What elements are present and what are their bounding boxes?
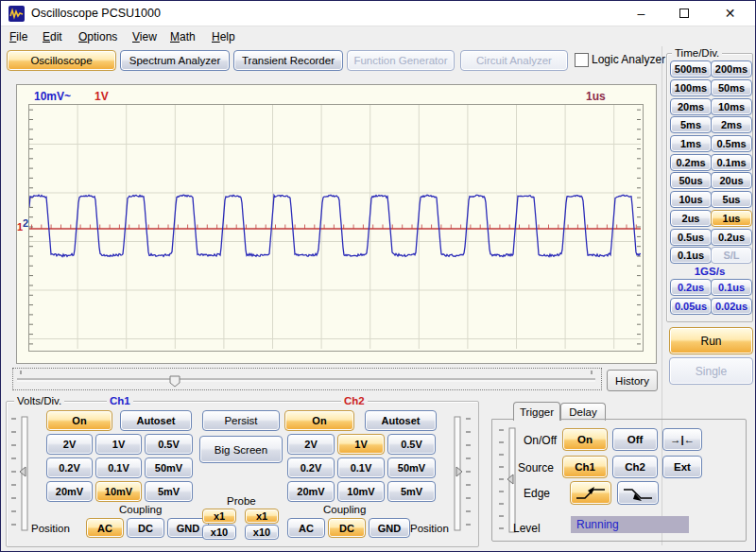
- close-button[interactable]: ✕: [705, 1, 755, 26]
- ch2-volts-0.5v[interactable]: 0.5V: [387, 434, 436, 455]
- ch2-volts-0.1v[interactable]: 0.1V: [337, 457, 385, 478]
- timediv-gs-0.02us[interactable]: 0.02us: [711, 298, 752, 315]
- ch2-coupling-gnd[interactable]: GND: [369, 518, 410, 538]
- ch2-probe-x1-selected[interactable]: x1: [245, 509, 279, 524]
- ch1-voltsdiv-readout: 10mV~: [34, 90, 71, 103]
- timediv-10us[interactable]: 10us: [670, 191, 712, 208]
- ch2-position-label: Position: [410, 523, 449, 534]
- run-button[interactable]: Run: [669, 327, 753, 354]
- timediv-20ms[interactable]: 20ms: [670, 98, 712, 115]
- ch1-coupling-ac-selected[interactable]: AC: [86, 518, 124, 538]
- ch1-position-slider[interactable]: [9, 413, 31, 534]
- tab-transient-recorder[interactable]: Transient Recorder: [233, 50, 343, 71]
- minimize-button[interactable]: –: [620, 1, 662, 26]
- timediv-10ms[interactable]: 10ms: [711, 98, 752, 115]
- timediv-1ms[interactable]: 1ms: [670, 135, 712, 152]
- timediv-group-label: Time/Div.: [672, 47, 722, 59]
- timediv-0.1ms[interactable]: 0.1ms: [711, 154, 752, 171]
- ch1-volts-0.1v[interactable]: 0.1V: [95, 457, 142, 478]
- ch2-volts-20mv[interactable]: 20mV: [287, 481, 335, 502]
- ch2-coupling-dc-selected[interactable]: DC: [328, 518, 366, 538]
- tab-oscilloscope[interactable]: Oscilloscope: [7, 50, 116, 71]
- menu-edit[interactable]: Edit: [43, 30, 62, 43]
- ch1-volts-0.5v[interactable]: 0.5V: [145, 434, 193, 455]
- app-window: Oscilloscope PCSU1000 – ✕ File Edit Opti…: [0, 0, 756, 552]
- timediv-20us[interactable]: 20us: [711, 172, 752, 189]
- timediv-50us[interactable]: 50us: [670, 172, 712, 189]
- timediv-5us[interactable]: 5us: [711, 191, 752, 208]
- menu-file[interactable]: File: [9, 30, 27, 43]
- timediv-200ms[interactable]: 200ms: [711, 60, 752, 78]
- trigger-source-ch2[interactable]: Ch2: [612, 456, 658, 478]
- ch1-volts-10mv-selected[interactable]: 10mV: [95, 481, 142, 502]
- trigger-center-button[interactable]: →|←: [662, 428, 702, 451]
- ch1-volts-1v[interactable]: 1V: [95, 434, 142, 455]
- horizontal-position-slider[interactable]: [12, 368, 602, 390]
- menu-options[interactable]: Options: [78, 30, 117, 43]
- ch1-volts-2v[interactable]: 2V: [46, 434, 93, 455]
- ch2-position-slider[interactable]: [451, 413, 473, 534]
- trigger-status-box: Running: [571, 516, 689, 533]
- ch1-volts-50mv[interactable]: 50mV: [145, 457, 193, 478]
- ch1-on-button[interactable]: On: [46, 410, 112, 431]
- timediv-gs-0.2us[interactable]: 0.2us: [670, 279, 712, 296]
- ch1-probe-x1-selected[interactable]: x1: [202, 509, 236, 524]
- ch2-title: Ch2: [341, 395, 368, 406]
- scope-graticule: [28, 104, 644, 352]
- ch2-volts-5mv[interactable]: 5mV: [387, 481, 436, 502]
- trigger-edge-rising-selected[interactable]: [570, 481, 611, 505]
- ch2-volts-2v[interactable]: 2V: [287, 434, 335, 455]
- ch1-volts-0.2v[interactable]: 0.2V: [46, 457, 93, 478]
- tab-function-generator: Function Generator: [347, 50, 455, 71]
- timediv-100ms[interactable]: 100ms: [670, 79, 712, 96]
- big-screen-button[interactable]: Big Screen: [199, 436, 283, 463]
- timediv-50ms[interactable]: 50ms: [711, 79, 752, 96]
- ch2-volts-0.2v[interactable]: 0.2V: [287, 457, 335, 478]
- ch2-volts-50mv[interactable]: 50mV: [387, 457, 436, 478]
- ch2-coupling-ac[interactable]: AC: [287, 518, 325, 538]
- timediv-0.1us[interactable]: 0.1us: [670, 247, 712, 264]
- ch2-probe-x10[interactable]: x10: [245, 525, 279, 540]
- tab-spectrum-analyzer[interactable]: Spectrum Analyzer: [120, 50, 230, 71]
- timediv-2us[interactable]: 2us: [670, 210, 712, 227]
- trigger-off[interactable]: Off: [612, 428, 658, 451]
- timediv-1us-selected[interactable]: 1us: [711, 210, 752, 227]
- trigger-source-label: Source: [518, 461, 554, 474]
- menu-math[interactable]: Math: [170, 30, 196, 43]
- trigger-level-slider[interactable]: [496, 425, 519, 535]
- timediv-5ms[interactable]: 5ms: [670, 116, 712, 133]
- timediv-0.2us[interactable]: 0.2us: [711, 229, 752, 246]
- trigger-on-selected[interactable]: On: [562, 428, 608, 451]
- ch1-autoset-button[interactable]: Autoset: [120, 410, 192, 431]
- ch2-autoset-button[interactable]: Autoset: [365, 410, 437, 431]
- trigger-tab[interactable]: Trigger: [513, 402, 560, 421]
- timediv-0.5us[interactable]: 0.5us: [670, 229, 712, 246]
- timediv-500ms[interactable]: 500ms: [670, 60, 712, 78]
- ch1-volts-20mv[interactable]: 20mV: [46, 481, 93, 502]
- timediv-gs-0.05us[interactable]: 0.05us: [670, 298, 712, 315]
- ch2-voltsdiv-readout: 1V: [94, 90, 109, 103]
- timediv-2ms[interactable]: 2ms: [711, 116, 752, 133]
- timediv-gs-0.1us[interactable]: 0.1us: [711, 279, 752, 296]
- trigger-source-ch1-selected[interactable]: Ch1: [562, 456, 608, 478]
- ch2-on-button[interactable]: On: [284, 410, 354, 431]
- ch2-volts-10mv[interactable]: 10mV: [337, 481, 385, 502]
- history-button[interactable]: History: [607, 370, 658, 391]
- ch1-volts-5mv[interactable]: 5mV: [145, 481, 193, 502]
- ch1-probe-x10[interactable]: x10: [202, 525, 236, 540]
- persist-button[interactable]: Persist: [202, 410, 280, 431]
- trigger-edge-falling[interactable]: [617, 481, 659, 505]
- horizontal-slider-graphic: [13, 369, 599, 388]
- logic-analyzer-checkbox[interactable]: [575, 53, 589, 67]
- menu-view[interactable]: View: [132, 30, 157, 43]
- maximize-button[interactable]: [662, 1, 705, 26]
- ch1-coupling-dc[interactable]: DC: [127, 518, 164, 538]
- rising-edge-icon: [574, 486, 608, 501]
- ch2-volts-1v-selected[interactable]: 1V: [337, 434, 385, 455]
- menu-help[interactable]: Help: [212, 30, 235, 43]
- voltsdiv-group-label: Volts/Div.: [14, 395, 64, 406]
- timediv-0.2ms[interactable]: 0.2ms: [670, 154, 712, 171]
- trigger-source-ext[interactable]: Ext: [662, 456, 702, 478]
- ch2-coupling-label: Coupling: [323, 504, 366, 515]
- timediv-0.5ms[interactable]: 0.5ms: [711, 135, 752, 152]
